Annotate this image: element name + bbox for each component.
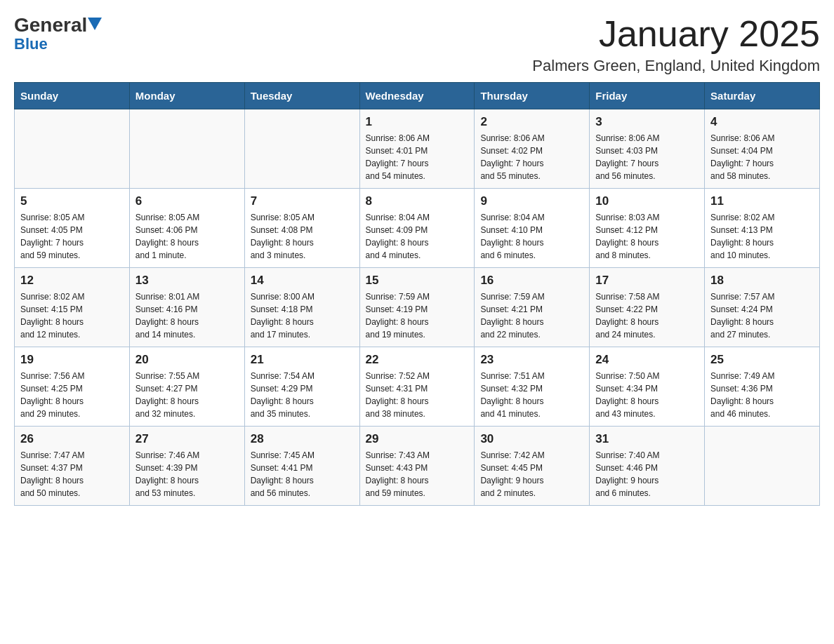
day-info: Sunrise: 7:42 AM Sunset: 4:45 PM Dayligh… <box>480 449 583 499</box>
week-row-3: 12Sunrise: 8:02 AM Sunset: 4:15 PM Dayli… <box>15 268 820 347</box>
week-row-4: 19Sunrise: 7:56 AM Sunset: 4:25 PM Dayli… <box>15 347 820 427</box>
day-cell: 20Sunrise: 7:55 AM Sunset: 4:27 PM Dayli… <box>129 347 244 427</box>
day-cell <box>15 109 130 189</box>
day-cell: 1Sunrise: 8:06 AM Sunset: 4:01 PM Daylig… <box>359 109 475 189</box>
day-number: 11 <box>710 194 814 208</box>
title-area: January 2025 Palmers Green, England, Uni… <box>532 14 820 75</box>
day-info: Sunrise: 8:02 AM Sunset: 4:15 PM Dayligh… <box>20 290 124 341</box>
day-info: Sunrise: 7:54 AM Sunset: 4:29 PM Dayligh… <box>251 370 354 420</box>
day-cell: 13Sunrise: 8:01 AM Sunset: 4:16 PM Dayli… <box>129 268 244 347</box>
day-info: Sunrise: 8:00 AM Sunset: 4:18 PM Dayligh… <box>251 290 354 341</box>
col-tuesday: Tuesday <box>244 83 359 109</box>
day-cell: 9Sunrise: 8:04 AM Sunset: 4:10 PM Daylig… <box>475 189 590 268</box>
day-info: Sunrise: 8:04 AM Sunset: 4:09 PM Dayligh… <box>366 211 469 262</box>
day-cell: 7Sunrise: 8:05 AM Sunset: 4:08 PM Daylig… <box>244 189 359 268</box>
svg-marker-0 <box>88 18 102 30</box>
day-number: 26 <box>20 432 124 446</box>
day-cell: 6Sunrise: 8:05 AM Sunset: 4:06 PM Daylig… <box>129 189 244 268</box>
day-info: Sunrise: 7:40 AM Sunset: 4:46 PM Dayligh… <box>595 449 699 499</box>
day-cell: 5Sunrise: 8:05 AM Sunset: 4:05 PM Daylig… <box>15 189 130 268</box>
week-row-5: 26Sunrise: 7:47 AM Sunset: 4:37 PM Dayli… <box>15 427 820 506</box>
day-info: Sunrise: 7:52 AM Sunset: 4:31 PM Dayligh… <box>366 370 469 420</box>
day-number: 29 <box>366 432 469 446</box>
day-info: Sunrise: 8:02 AM Sunset: 4:13 PM Dayligh… <box>710 211 814 262</box>
day-number: 22 <box>366 353 469 367</box>
day-number: 13 <box>135 274 239 288</box>
day-info: Sunrise: 8:06 AM Sunset: 4:02 PM Dayligh… <box>480 132 583 182</box>
day-info: Sunrise: 8:05 AM Sunset: 4:06 PM Dayligh… <box>135 211 239 262</box>
day-cell: 26Sunrise: 7:47 AM Sunset: 4:37 PM Dayli… <box>15 427 130 506</box>
day-info: Sunrise: 7:57 AM Sunset: 4:24 PM Dayligh… <box>710 290 814 341</box>
month-title: January 2025 <box>532 14 820 54</box>
day-cell: 14Sunrise: 8:00 AM Sunset: 4:18 PM Dayli… <box>244 268 359 347</box>
day-number: 27 <box>135 432 239 446</box>
col-thursday: Thursday <box>475 83 590 109</box>
day-number: 3 <box>595 115 699 129</box>
day-info: Sunrise: 8:05 AM Sunset: 4:05 PM Dayligh… <box>20 211 124 262</box>
day-cell: 11Sunrise: 8:02 AM Sunset: 4:13 PM Dayli… <box>705 189 820 268</box>
logo-blue-text: Blue <box>14 35 48 53</box>
day-number: 17 <box>595 274 699 288</box>
logo-arrow-icon <box>88 18 102 33</box>
day-cell: 24Sunrise: 7:50 AM Sunset: 4:34 PM Dayli… <box>590 347 705 427</box>
day-info: Sunrise: 8:06 AM Sunset: 4:03 PM Dayligh… <box>595 132 699 182</box>
day-info: Sunrise: 8:04 AM Sunset: 4:10 PM Dayligh… <box>480 211 583 262</box>
day-number: 5 <box>20 194 124 208</box>
day-cell: 31Sunrise: 7:40 AM Sunset: 4:46 PM Dayli… <box>590 427 705 506</box>
week-row-2: 5Sunrise: 8:05 AM Sunset: 4:05 PM Daylig… <box>15 189 820 268</box>
logo: General Blue <box>14 14 102 53</box>
col-saturday: Saturday <box>705 83 820 109</box>
day-info: Sunrise: 8:03 AM Sunset: 4:12 PM Dayligh… <box>595 211 699 262</box>
day-cell: 22Sunrise: 7:52 AM Sunset: 4:31 PM Dayli… <box>359 347 475 427</box>
day-info: Sunrise: 7:46 AM Sunset: 4:39 PM Dayligh… <box>135 449 239 499</box>
day-number: 7 <box>251 194 354 208</box>
day-cell: 25Sunrise: 7:49 AM Sunset: 4:36 PM Dayli… <box>705 347 820 427</box>
day-number: 30 <box>480 432 583 446</box>
day-number: 14 <box>251 274 354 288</box>
day-number: 16 <box>480 274 583 288</box>
header-row: Sunday Monday Tuesday Wednesday Thursday… <box>15 83 820 109</box>
day-number: 25 <box>710 353 814 367</box>
col-sunday: Sunday <box>15 83 130 109</box>
day-number: 9 <box>480 194 583 208</box>
day-number: 1 <box>366 115 469 129</box>
day-cell: 23Sunrise: 7:51 AM Sunset: 4:32 PM Dayli… <box>475 347 590 427</box>
col-friday: Friday <box>590 83 705 109</box>
day-info: Sunrise: 7:43 AM Sunset: 4:43 PM Dayligh… <box>366 449 469 499</box>
day-cell: 3Sunrise: 8:06 AM Sunset: 4:03 PM Daylig… <box>590 109 705 189</box>
day-number: 4 <box>710 115 814 129</box>
day-info: Sunrise: 7:56 AM Sunset: 4:25 PM Dayligh… <box>20 370 124 420</box>
day-info: Sunrise: 7:49 AM Sunset: 4:36 PM Dayligh… <box>710 370 814 420</box>
day-cell <box>244 109 359 189</box>
day-number: 2 <box>480 115 583 129</box>
col-monday: Monday <box>129 83 244 109</box>
day-number: 20 <box>135 353 239 367</box>
day-cell: 28Sunrise: 7:45 AM Sunset: 4:41 PM Dayli… <box>244 427 359 506</box>
day-number: 8 <box>366 194 469 208</box>
day-number: 10 <box>595 194 699 208</box>
calendar-table: Sunday Monday Tuesday Wednesday Thursday… <box>14 82 820 506</box>
day-cell: 15Sunrise: 7:59 AM Sunset: 4:19 PM Dayli… <box>359 268 475 347</box>
day-cell: 10Sunrise: 8:03 AM Sunset: 4:12 PM Dayli… <box>590 189 705 268</box>
day-info: Sunrise: 7:50 AM Sunset: 4:34 PM Dayligh… <box>595 370 699 420</box>
day-number: 23 <box>480 353 583 367</box>
day-info: Sunrise: 8:05 AM Sunset: 4:08 PM Dayligh… <box>251 211 354 262</box>
day-cell: 21Sunrise: 7:54 AM Sunset: 4:29 PM Dayli… <box>244 347 359 427</box>
day-cell: 4Sunrise: 8:06 AM Sunset: 4:04 PM Daylig… <box>705 109 820 189</box>
day-info: Sunrise: 8:01 AM Sunset: 4:16 PM Dayligh… <box>135 290 239 341</box>
day-number: 6 <box>135 194 239 208</box>
day-number: 31 <box>595 432 699 446</box>
day-cell: 16Sunrise: 7:59 AM Sunset: 4:21 PM Dayli… <box>475 268 590 347</box>
day-number: 24 <box>595 353 699 367</box>
location-text: Palmers Green, England, United Kingdom <box>532 57 820 75</box>
day-number: 21 <box>251 353 354 367</box>
day-cell <box>705 427 820 506</box>
day-cell: 8Sunrise: 8:04 AM Sunset: 4:09 PM Daylig… <box>359 189 475 268</box>
day-info: Sunrise: 7:58 AM Sunset: 4:22 PM Dayligh… <box>595 290 699 341</box>
day-number: 12 <box>20 274 124 288</box>
day-cell: 27Sunrise: 7:46 AM Sunset: 4:39 PM Dayli… <box>129 427 244 506</box>
day-cell: 19Sunrise: 7:56 AM Sunset: 4:25 PM Dayli… <box>15 347 130 427</box>
col-wednesday: Wednesday <box>359 83 475 109</box>
day-number: 19 <box>20 353 124 367</box>
day-info: Sunrise: 7:45 AM Sunset: 4:41 PM Dayligh… <box>251 449 354 499</box>
